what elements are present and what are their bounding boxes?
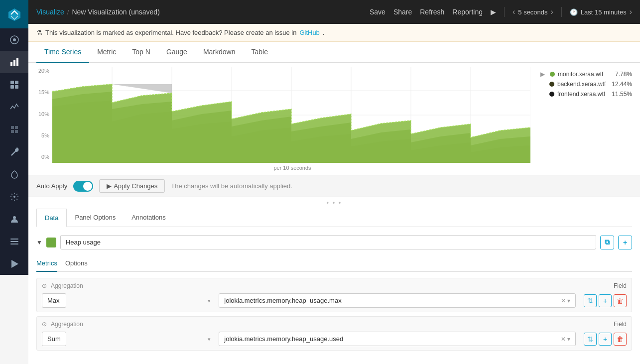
agg-type-select-1[interactable]: Max Min Sum Avg xyxy=(42,293,66,308)
series-add-button[interactable]: + xyxy=(618,236,632,249)
legend-expand-monitor[interactable]: ▶ xyxy=(540,71,545,78)
agg-field-1[interactable]: jolokia.metrics.memory.heap_usage.max ✕ … xyxy=(219,293,576,308)
tab-markdown[interactable]: Markdown xyxy=(195,42,244,63)
data-panel: Data Panel Options Annotations ▼ ⧉ + Met… xyxy=(28,209,640,363)
tab-table[interactable]: Table xyxy=(244,42,276,63)
legend-item-monitor: ▶ monitor.xeraa.wtf 7.78% xyxy=(540,71,632,78)
sidebar-item-discover[interactable] xyxy=(0,28,28,51)
agg-add-button-2[interactable]: + xyxy=(599,333,612,346)
sidebar-item-monitoring[interactable] xyxy=(0,163,28,185)
svg-rect-4 xyxy=(16,58,18,66)
chart-wrapper: 20% 15% 10% 5% 0% xyxy=(32,67,532,171)
panel-tab-data[interactable]: Data xyxy=(36,209,67,227)
legend-dot-frontend xyxy=(549,92,554,97)
agg-type-wrapper-2: Sum Max Min Avg xyxy=(42,332,215,346)
y-label-0: 0% xyxy=(34,154,49,160)
toggle-knob xyxy=(83,182,92,191)
drag-handle[interactable]: • • • xyxy=(28,197,640,209)
sidebar-item-dashboard[interactable] xyxy=(0,73,28,96)
panel-tab-options[interactable]: Panel Options xyxy=(67,209,124,227)
reporting-button[interactable]: Reporting xyxy=(452,8,483,16)
agg-field-value-1: jolokia.metrics.memory.heap_usage.max xyxy=(224,297,341,304)
interval-prev[interactable]: ‹ xyxy=(512,7,515,16)
apply-message: The changes will be automatically applie… xyxy=(171,182,292,190)
apply-changes-button[interactable]: ▶ Apply Changes xyxy=(99,179,165,193)
series-collapse-btn[interactable]: ▼ xyxy=(36,239,42,246)
agg-icon-2: ⊙ xyxy=(42,321,47,328)
chart-svg: 14:34:00 14:36:00 14:38:00 14:40:00 14:4… xyxy=(52,67,530,164)
series-color-swatch[interactable] xyxy=(46,238,56,247)
clock-icon: 🕐 xyxy=(570,8,578,16)
y-label-10: 10% xyxy=(34,111,49,117)
svg-rect-6 xyxy=(15,81,18,84)
metric-tab-metrics[interactable]: Metrics xyxy=(36,255,57,272)
play-button[interactable]: ▶ xyxy=(491,8,496,16)
viz-tabs: Time Series Metric Top N Gauge Markdown … xyxy=(28,42,640,63)
breadcrumb-current: New Visualization (unsaved) xyxy=(72,8,159,16)
agg-fields-2: Sum Max Min Avg jolokia.metrics.memory.h… xyxy=(42,332,627,346)
alert-message-end: . xyxy=(323,29,325,36)
agg-order-button-2[interactable]: ⇅ xyxy=(584,333,597,346)
agg-order-button-1[interactable]: ⇅ xyxy=(584,294,597,307)
series-name-input[interactable] xyxy=(60,235,596,249)
agg-field-value-2: jolokia.metrics.memory.heap_usage.used xyxy=(224,335,343,343)
sidebar-item-wrench[interactable] xyxy=(0,140,28,163)
breadcrumb: Visualize / New Visualization (unsaved) xyxy=(36,8,370,16)
share-button[interactable]: Share xyxy=(393,8,412,16)
auto-apply-label: Auto Apply xyxy=(36,182,67,190)
interval-value[interactable]: 5 seconds xyxy=(518,8,547,16)
chart-container: 20% 15% 10% 5% 0% xyxy=(28,63,640,175)
sidebar xyxy=(0,0,28,364)
time-range-label: Last 15 minutes xyxy=(581,8,627,16)
y-label-15: 15% xyxy=(34,89,49,95)
breadcrumb-visualize[interactable]: Visualize xyxy=(36,8,64,16)
chart-x-unit: per 10 seconds xyxy=(52,165,532,171)
legend-value-monitor: 7.78% xyxy=(615,71,632,78)
alert-banner: ⚗ This visualization is marked as experi… xyxy=(28,24,640,42)
agg-add-button-1[interactable]: + xyxy=(599,294,612,307)
sidebar-item-visualize[interactable] xyxy=(0,51,28,73)
tab-gauge[interactable]: Gauge xyxy=(158,42,195,63)
agg-delete-button-1[interactable]: 🗑 xyxy=(614,294,627,307)
sidebar-item-index[interactable] xyxy=(0,230,28,252)
metric-tab-options[interactable]: Options xyxy=(65,255,88,272)
sidebar-item-settings[interactable] xyxy=(0,185,28,208)
interval-next[interactable]: › xyxy=(551,7,553,16)
svg-rect-7 xyxy=(10,85,14,89)
sidebar-item-user[interactable] xyxy=(0,208,28,230)
sidebar-item-canvas[interactable] xyxy=(0,118,28,140)
alert-github-link[interactable]: GitHub xyxy=(299,29,319,36)
agg-header-2: ⊙ Aggregation Field xyxy=(42,321,627,328)
auto-apply-toggle[interactable] xyxy=(73,181,93,192)
logo[interactable] xyxy=(0,0,28,28)
sidebar-item-play[interactable] xyxy=(0,252,28,275)
agg-type-select-2[interactable]: Sum Max Min Avg xyxy=(42,332,66,346)
legend-value-backend: 12.44% xyxy=(612,81,632,88)
aggregation-row-2: ⊙ Aggregation Field Sum Max Min Avg xyxy=(36,316,632,351)
agg-field-clear-2[interactable]: ✕ ▾ xyxy=(561,336,570,343)
sidebar-item-timelion[interactable] xyxy=(0,96,28,118)
svg-rect-5 xyxy=(10,81,14,84)
time-range[interactable]: 🕐 Last 15 minutes › xyxy=(570,7,632,16)
svg-point-1 xyxy=(13,38,16,41)
agg-actions-2: ⇅ + 🗑 xyxy=(584,333,627,346)
series-copy-button[interactable]: ⧉ xyxy=(600,236,614,249)
tab-top-n[interactable]: Top N xyxy=(124,42,158,63)
save-button[interactable]: Save xyxy=(370,8,385,16)
refresh-button[interactable]: Refresh xyxy=(420,8,444,16)
panel-tab-annotations[interactable]: Annotations xyxy=(124,209,174,227)
svg-rect-12 xyxy=(10,241,18,242)
agg-field-2[interactable]: jolokia.metrics.memory.heap_usage.used ✕… xyxy=(219,332,576,346)
topbar-interval: ‹ 5 seconds › xyxy=(512,7,553,16)
tab-time-series[interactable]: Time Series xyxy=(36,42,89,63)
svg-rect-11 xyxy=(10,239,18,240)
chart-legend: ▶ monitor.xeraa.wtf 7.78% backend.xeraa.… xyxy=(532,67,632,171)
agg-delete-button-2[interactable]: 🗑 xyxy=(614,333,627,346)
topbar-divider-2 xyxy=(561,7,562,17)
tab-metric[interactable]: Metric xyxy=(89,42,124,63)
svg-point-10 xyxy=(13,216,16,219)
alert-icon: ⚗ xyxy=(36,29,42,36)
alert-message: This visualization is marked as experime… xyxy=(45,29,296,36)
time-range-expand[interactable]: › xyxy=(630,7,632,16)
agg-field-clear-1[interactable]: ✕ ▾ xyxy=(561,297,570,304)
